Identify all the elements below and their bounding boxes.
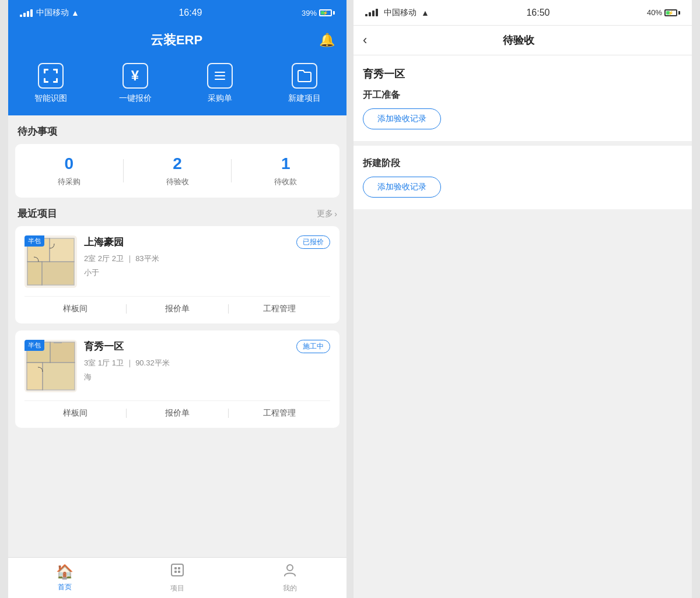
project-2-status: 施工中 [296, 340, 330, 353]
scan-icon [38, 63, 64, 89]
todo-section-title: 待办事项 [8, 115, 346, 144]
project-2-action-engineering[interactable]: 工程管理 [229, 408, 330, 418]
project-card-2: 半包 [15, 330, 340, 428]
add-record-btn-2[interactable]: 添加验收记录 [363, 177, 441, 198]
project-card-2-top: 半包 [24, 340, 330, 392]
svg-rect-15 [42, 262, 74, 285]
more-link[interactable]: 更多 › [317, 209, 337, 219]
wifi-icon: ▲ [71, 8, 79, 17]
time-label: 16:49 [178, 8, 202, 18]
project-2-desc: 3室 1厅 1卫 ｜ 90.32平米 [84, 358, 330, 368]
quick-action-purchase[interactable]: 采购单 [177, 63, 262, 104]
status-left: 中国移动 ▲ [20, 8, 79, 18]
quick-actions-bar: 智能识图 ¥ 一键报价 采购单 新建项目 [8, 58, 346, 115]
project-2-name: 育秀一区 [84, 340, 124, 353]
bottom-nav: 🏠 首页 项目 我的 [8, 557, 346, 598]
projects-icon [170, 562, 185, 581]
todo-acceptance-number: 2 [173, 154, 182, 173]
status2-right: 40% ⚡ [647, 8, 680, 17]
status2-left: 中国移动 ▲ [365, 8, 429, 18]
price-icon: ¥ [123, 63, 148, 89]
todo-acceptance-label: 待验收 [166, 177, 189, 187]
battery2-icon: ⚡ [664, 9, 680, 16]
svg-rect-9 [215, 75, 225, 76]
todo-procurement-number: 0 [65, 154, 74, 173]
app-title: 云装ERP [34, 31, 319, 49]
price-label: 一键报价 [119, 93, 152, 104]
mine-icon [282, 562, 298, 581]
battery-percent: 39% [302, 9, 317, 17]
project-2-name-row: 育秀一区 施工中 [84, 340, 330, 353]
scan-label: 智能识图 [34, 93, 67, 104]
back-button[interactable]: ‹ [363, 33, 367, 48]
newproject-label: 新建项目 [288, 93, 321, 104]
project-1-desc: 2室 2厅 2卫 ｜ 83平米 [84, 254, 330, 264]
signal2-icon [365, 9, 378, 16]
nav-mine-label: 我的 [283, 583, 297, 593]
svg-rect-5 [44, 78, 46, 83]
svg-rect-23 [172, 564, 183, 576]
recent-section-title: 最近项目 [18, 207, 57, 220]
page-title-2: 待验收 [376, 33, 660, 47]
main-content: 待办事项 0 待采购 2 待验收 1 待收款 最近项目 更多 › [8, 115, 346, 557]
recent-section-header: 最近项目 更多 › [8, 198, 346, 226]
svg-rect-26 [174, 571, 177, 573]
time2-label: 16:50 [526, 8, 550, 18]
add-record-btn-1[interactable]: 添加验收记录 [363, 108, 441, 129]
acceptance-section-2: 拆建阶段 添加验收记录 [354, 146, 692, 209]
svg-rect-25 [178, 567, 180, 569]
stage-2-name: 拆建阶段 [363, 157, 682, 170]
project-tag-1: 半包 [24, 235, 44, 247]
svg-rect-10 [215, 79, 225, 80]
acceptance-content: 育秀一区 开工准备 添加验收记录 拆建阶段 添加验收记录 [354, 55, 692, 598]
todo-card: 0 待采购 2 待验收 1 待收款 [15, 144, 340, 198]
todo-payment[interactable]: 1 待收款 [232, 154, 340, 187]
page-header-2: ‹ 待验收 [354, 26, 692, 55]
acceptance-section-1: 育秀一区 开工准备 添加验收记录 [354, 55, 692, 141]
battery2-percent: 40% [647, 8, 662, 17]
project-2-action-showroom[interactable]: 样板间 [24, 408, 126, 418]
project-card-1-top: 半包 [24, 235, 330, 288]
wifi2-icon: ▲ [421, 8, 429, 17]
phone1-frame: 中国移动 ▲ 16:49 39% ⚡ 云装ERP 🔔 [8, 0, 346, 598]
acceptance-project-name: 育秀一区 [363, 67, 682, 81]
project-2-action-quote[interactable]: 报价单 [127, 408, 228, 418]
nav-mine[interactable]: 我的 [234, 558, 346, 598]
nav-projects[interactable]: 项目 [121, 558, 233, 598]
svg-point-28 [287, 565, 293, 571]
newproject-icon [292, 63, 317, 89]
quick-action-price[interactable]: ¥ 一键报价 [93, 63, 177, 104]
quick-action-newproject[interactable]: 新建项目 [262, 63, 346, 104]
project-1-action-engineering[interactable]: 工程管理 [229, 304, 330, 314]
carrier2-label: 中国移动 [384, 8, 416, 18]
stage-1-name: 开工准备 [363, 89, 682, 101]
svg-rect-27 [178, 571, 180, 573]
project-card-1: 半包 [15, 226, 340, 323]
project-image-2: 半包 [24, 340, 77, 392]
todo-acceptance[interactable]: 2 待验收 [124, 154, 232, 187]
quick-action-scan[interactable]: 智能识图 [8, 63, 93, 104]
chevron-right-icon: › [334, 209, 337, 219]
svg-rect-22 [54, 342, 62, 343]
status-bar-2: 中国移动 ▲ 16:50 40% ⚡ [354, 0, 692, 26]
project-info-1: 上海豪园 已报价 2室 2厅 2卫 ｜ 83平米 小于 [84, 235, 330, 288]
project-1-action-showroom[interactable]: 样板间 [24, 304, 126, 314]
svg-rect-13 [50, 238, 74, 262]
nav-home[interactable]: 🏠 首页 [8, 558, 121, 598]
project-1-status: 已报价 [296, 235, 330, 249]
project-info-2: 育秀一区 施工中 3室 1厅 1卫 ｜ 90.32平米 海 [84, 340, 330, 392]
svg-rect-8 [215, 72, 225, 73]
todo-procurement[interactable]: 0 待采购 [15, 154, 123, 187]
signal-icon [20, 9, 33, 17]
project-1-actions: 样板间 报价单 工程管理 [24, 296, 330, 314]
purchase-label: 采购单 [208, 93, 232, 104]
project-1-owner: 小于 [84, 268, 330, 278]
svg-rect-1 [44, 69, 46, 73]
svg-rect-24 [174, 567, 177, 569]
project-1-action-quote[interactable]: 报价单 [127, 304, 228, 314]
project-2-owner: 海 [84, 372, 330, 382]
project-tag-2: 半包 [24, 340, 44, 351]
bell-icon[interactable]: 🔔 [319, 33, 335, 48]
nav-projects-label: 项目 [170, 583, 184, 593]
phone2-frame: 中国移动 ▲ 16:50 40% ⚡ ‹ 待验收 育秀一区 开工准备 添加验收记… [354, 0, 692, 598]
